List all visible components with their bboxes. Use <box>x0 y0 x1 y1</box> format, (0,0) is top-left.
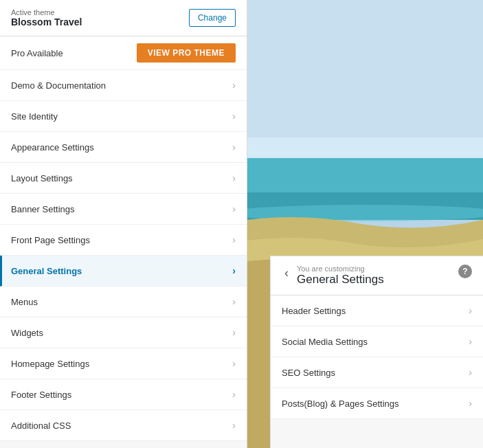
menu-item-additional-css[interactable]: Additional CSS › <box>0 410 247 441</box>
menu-item-footer[interactable]: Footer Settings › <box>0 379 247 410</box>
submenu-item-social[interactable]: Social Media Settings › <box>271 326 483 357</box>
submenu-item-label: Header Settings <box>282 306 346 316</box>
submenu-item-label: SEO Settings <box>282 368 335 378</box>
chevron-right-icon: › <box>232 358 236 369</box>
chevron-right-icon: › <box>232 172 236 183</box>
view-pro-button[interactable]: VIEW PRO THEME <box>137 43 236 63</box>
menu-item-label: Widgets <box>11 328 43 338</box>
chevron-right-icon-active: › <box>232 265 236 276</box>
theme-header: Active theme Blossom Travel Change <box>0 0 247 36</box>
menu-item-label: Appearance Settings <box>11 142 94 153</box>
menu-item-label: Homepage Settings <box>11 359 89 369</box>
customizing-label: You are customizing <box>297 265 384 273</box>
chevron-right-icon: › <box>232 420 236 431</box>
chevron-right-icon: › <box>232 80 236 91</box>
chevron-right-icon: › <box>232 327 236 338</box>
pro-row: Pro Available VIEW PRO THEME <box>0 36 247 70</box>
theme-info: Active theme Blossom Travel <box>11 8 82 27</box>
menu-item-label: Banner Settings <box>11 204 75 214</box>
submenu-list: Header Settings › Social Media Settings … <box>271 295 483 419</box>
active-theme-label: Active theme <box>11 8 82 16</box>
chevron-right-icon: › <box>232 389 236 400</box>
chevron-right-icon: › <box>232 203 236 214</box>
menu-item-label: Footer Settings <box>11 390 71 400</box>
menu-item-demo[interactable]: Demo & Documentation › <box>0 70 247 101</box>
menu-item-appearance[interactable]: Appearance Settings › <box>0 132 247 163</box>
theme-name: Blossom Travel <box>11 16 82 27</box>
menu-item-menus[interactable]: Menus › <box>0 287 247 317</box>
menu-item-layout[interactable]: Layout Settings › <box>0 163 247 194</box>
menu-item-label: Site Identity <box>11 111 58 122</box>
submenu-item-label: Posts(Blog) & Pages Settings <box>282 399 399 409</box>
settings-panel-header: ‹ You are customizing General Settings ? <box>271 256 483 295</box>
settings-header-left: ‹ You are customizing General Settings <box>282 265 384 287</box>
menu-item-homepage[interactable]: Homepage Settings › <box>0 348 247 379</box>
menu-item-label: Demo & Documentation <box>11 80 106 91</box>
back-button[interactable]: ‹ <box>282 266 291 280</box>
chevron-right-icon: › <box>469 398 472 409</box>
menu-item-general[interactable]: General Settings › <box>0 256 247 287</box>
preview-panel: ‹ You are customizing General Settings ?… <box>247 0 483 448</box>
chevron-right-icon: › <box>232 296 236 307</box>
chevron-right-icon: › <box>232 111 236 122</box>
chevron-right-icon: › <box>469 367 472 378</box>
menu-item-front-page[interactable]: Front Page Settings › <box>0 225 247 256</box>
menu-item-site-identity[interactable]: Site Identity › <box>0 101 247 132</box>
submenu-item-header[interactable]: Header Settings › <box>271 295 483 326</box>
change-theme-button[interactable]: Change <box>189 9 236 27</box>
menu-list: Demo & Documentation › Site Identity › A… <box>0 70 247 441</box>
pro-label: Pro Available <box>11 48 63 58</box>
menu-item-banner[interactable]: Banner Settings › <box>0 194 247 225</box>
chevron-right-icon: › <box>469 305 472 316</box>
settings-title-block: You are customizing General Settings <box>297 265 384 287</box>
submenu-item-label: Social Media Settings <box>282 337 368 347</box>
menu-item-label: Menus <box>11 297 38 307</box>
menu-item-label: Additional CSS <box>11 421 71 431</box>
sidebar: Active theme Blossom Travel Change Pro A… <box>0 0 247 448</box>
menu-item-label: Front Page Settings <box>11 235 90 245</box>
submenu-item-posts[interactable]: Posts(Blog) & Pages Settings › <box>271 388 483 419</box>
svg-rect-1 <box>247 137 483 158</box>
chevron-right-icon: › <box>232 142 236 153</box>
help-icon[interactable]: ? <box>458 265 472 278</box>
chevron-right-icon: › <box>469 336 472 347</box>
menu-item-label: Layout Settings <box>11 173 73 183</box>
menu-item-label: General Settings <box>11 266 82 276</box>
submenu-item-seo[interactable]: SEO Settings › <box>271 357 483 388</box>
chevron-right-icon: › <box>232 234 236 245</box>
settings-panel-title: General Settings <box>297 273 384 287</box>
general-settings-panel: ‹ You are customizing General Settings ?… <box>270 256 483 448</box>
menu-item-widgets[interactable]: Widgets › <box>0 317 247 348</box>
